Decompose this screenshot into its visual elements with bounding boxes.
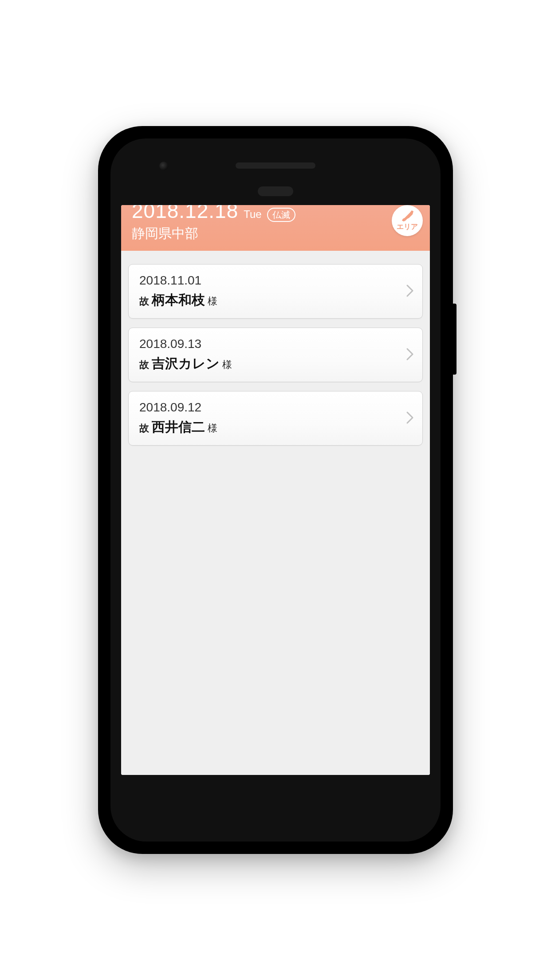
item-prefix: 故 <box>139 358 149 371</box>
item-name-row: 故 西井信二 様 <box>139 418 412 436</box>
phone-sensor-pill <box>258 186 293 196</box>
item-prefix: 故 <box>139 422 149 435</box>
item-date: 2018.11.01 <box>139 273 412 288</box>
item-suffix: 様 <box>208 295 217 308</box>
header-rokuyou-badge: 仏滅 <box>267 208 295 222</box>
japan-map-icon <box>399 209 415 224</box>
phone-inner: 2018.12.18 Tue 仏滅 静岡県中部 エリア 2018.11.01 故 <box>110 138 441 842</box>
item-date: 2018.09.12 <box>139 400 412 415</box>
phone-frame: 2018.12.18 Tue 仏滅 静岡県中部 エリア 2018.11.01 故 <box>98 126 453 854</box>
chevron-right-icon <box>405 411 414 427</box>
header-date-row: 2018.12.18 Tue 仏滅 <box>132 205 419 222</box>
phone-camera <box>159 162 168 170</box>
item-suffix: 様 <box>208 422 217 435</box>
chevron-right-icon <box>405 347 414 363</box>
item-name-row: 故 柄本和枝 様 <box>139 291 412 309</box>
chevron-right-icon <box>405 284 414 300</box>
item-suffix: 様 <box>222 358 232 371</box>
area-button-label: エリア <box>397 222 418 232</box>
phone-speaker <box>236 162 315 169</box>
obituary-list[interactable]: 2018.11.01 故 柄本和枝 様 2018.09.13 故 吉沢カレン <box>121 251 430 775</box>
item-prefix: 故 <box>139 295 149 308</box>
header-date: 2018.12.18 <box>132 205 238 221</box>
item-name: 西井信二 <box>152 418 205 436</box>
area-button[interactable]: エリア <box>392 205 423 236</box>
item-name: 柄本和枝 <box>152 291 205 309</box>
list-item[interactable]: 2018.11.01 故 柄本和枝 様 <box>128 264 423 319</box>
list-item[interactable]: 2018.09.13 故 吉沢カレン 様 <box>128 328 423 382</box>
header-region: 静岡県中部 <box>132 225 419 243</box>
item-name-row: 故 吉沢カレン 様 <box>139 355 412 373</box>
app-header: 2018.12.18 Tue 仏滅 静岡県中部 エリア <box>121 205 430 251</box>
app-screen: 2018.12.18 Tue 仏滅 静岡県中部 エリア 2018.11.01 故 <box>121 205 430 775</box>
item-name: 吉沢カレン <box>152 355 220 373</box>
list-item[interactable]: 2018.09.12 故 西井信二 様 <box>128 391 423 446</box>
item-date: 2018.09.13 <box>139 337 412 351</box>
header-day-of-week: Tue <box>244 208 261 221</box>
phone-side-button <box>453 304 457 375</box>
